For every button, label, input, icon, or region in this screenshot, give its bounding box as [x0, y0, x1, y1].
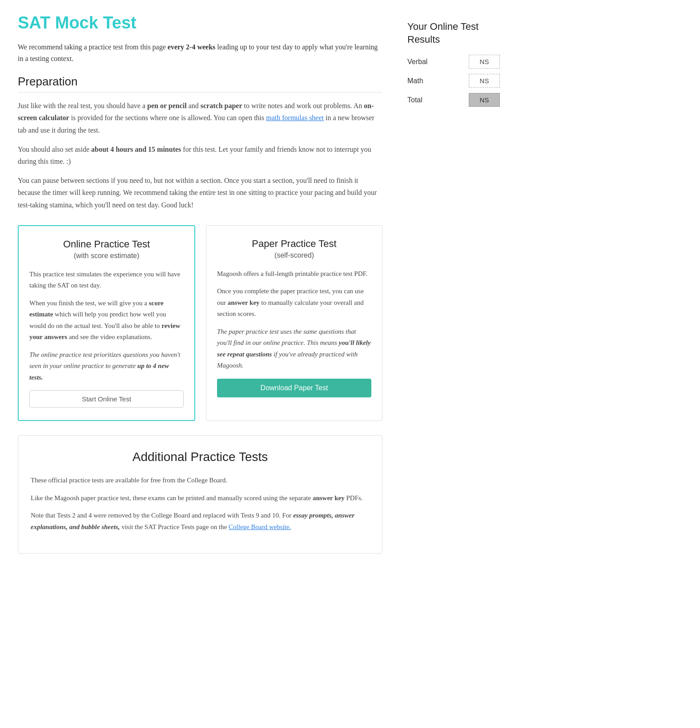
online-test-card: Online Practice Test (with score estimat… [18, 225, 195, 421]
additional-para3: Note that Tests 2 and 4 were removed by … [31, 510, 370, 533]
download-paper-test-button[interactable]: Download Paper Test [217, 379, 371, 397]
sidebar-heading: Your Online Test Results [407, 20, 500, 46]
paper-card-para3: The paper practice test uses the same qu… [217, 326, 371, 372]
math-formulas-link[interactable]: math formulas sheet [266, 114, 324, 121]
math-badge: NS [469, 74, 500, 88]
online-card-para2: When you finish the test, we will give y… [29, 298, 184, 343]
online-card-para1: This practice test simulates the experie… [29, 269, 184, 291]
preparation-para3: You can pause between sections if you ne… [18, 174, 382, 211]
intro-paragraph: We recommend taking a practice test from… [18, 41, 382, 64]
preparation-para2: You should also set aside about 4 hours … [18, 143, 382, 167]
college-board-link[interactable]: College Board website. [229, 523, 291, 530]
math-result-row: Math NS [407, 74, 500, 88]
additional-practice-section: Additional Practice Tests These official… [18, 435, 382, 554]
sidebar: Your Online Test Results Verbal NS Math … [400, 13, 507, 554]
start-online-button[interactable]: Start Online Test [29, 390, 184, 408]
paper-test-card: Paper Practice Test (self-scored) Magoos… [206, 225, 382, 421]
total-result-row: Total NS [407, 93, 500, 107]
additional-para2: Like the Magoosh paper practice test, th… [31, 493, 370, 504]
total-badge: NS [469, 93, 500, 107]
verbal-badge: NS [469, 55, 500, 69]
online-card-subtitle: (with score estimate) [29, 252, 184, 260]
total-label: Total [407, 96, 422, 104]
paper-card-subtitle: (self-scored) [217, 251, 371, 259]
online-card-para3: The online practice test prioritizes que… [29, 349, 184, 384]
paper-card-para2: Once you complete the paper practice tes… [217, 286, 371, 320]
preparation-heading: Preparation [18, 75, 382, 93]
additional-heading: Additional Practice Tests [31, 450, 370, 464]
paper-card-heading: Paper Practice Test [217, 238, 371, 250]
verbal-label: Verbal [407, 58, 427, 66]
page-title: SAT Mock Test [18, 13, 382, 32]
math-label: Math [407, 77, 423, 85]
verbal-result-row: Verbal NS [407, 55, 500, 69]
paper-card-para1: Magoosh offers a full-length printable p… [217, 268, 371, 280]
preparation-para1: Just like with the real test, you should… [18, 100, 382, 136]
online-card-heading: Online Practice Test [29, 239, 184, 250]
additional-para1: These official practice tests are availa… [31, 475, 370, 486]
